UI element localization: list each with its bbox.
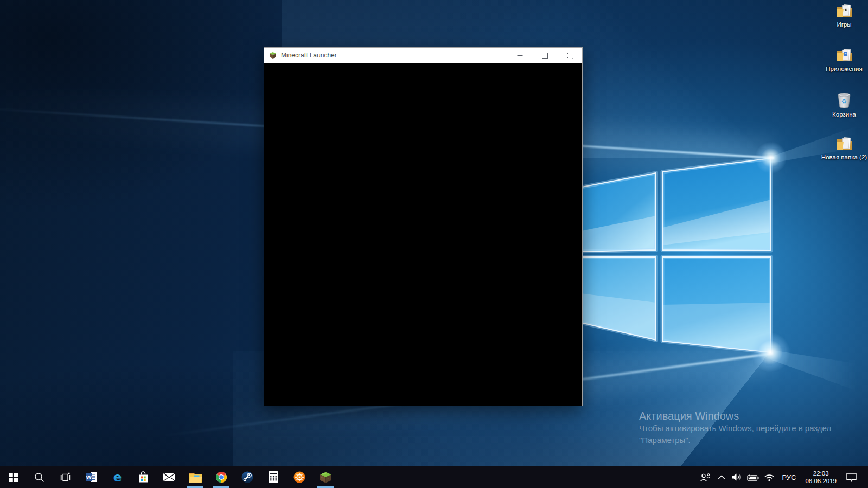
edge-button[interactable]: e — [104, 466, 130, 488]
minimize-icon — [517, 53, 523, 59]
taskbar: W e — [0, 466, 868, 488]
system-tray: РУС 22:03 06.06.2019 — [696, 466, 868, 488]
file-explorer-icon — [189, 472, 202, 483]
clock-date: 06.06.2019 — [805, 477, 837, 485]
action-center-icon — [846, 473, 857, 482]
edge-icon: e — [111, 471, 124, 484]
minecraft-icon — [269, 51, 277, 60]
window-controls — [507, 48, 582, 63]
wifi-button[interactable] — [761, 466, 777, 488]
wifi-icon — [764, 473, 775, 481]
task-view-button[interactable] — [52, 466, 78, 488]
search-icon — [34, 472, 44, 483]
activation-line1: Чтобы активировать Windows, перейдите в … — [639, 423, 831, 434]
mail-icon — [163, 473, 175, 481]
start-button[interactable] — [0, 466, 26, 488]
steam-button[interactable] — [234, 466, 260, 488]
calculator-button[interactable] — [260, 466, 286, 488]
search-button[interactable] — [26, 466, 52, 488]
desktop-icon-games[interactable]: Игры — [816, 2, 868, 28]
desktop-icon-label: Новая папка (2) — [816, 153, 868, 161]
desktop-icon-label: Игры — [816, 21, 868, 28]
minimize-button[interactable] — [507, 48, 532, 63]
window-title: Minecraft Launcher — [281, 52, 337, 59]
taskbar-apps: W e — [0, 466, 339, 488]
svg-text:♻: ♻ — [841, 98, 847, 105]
volume-icon — [731, 473, 742, 481]
battery-button[interactable] — [744, 466, 761, 488]
svg-text:W: W — [86, 474, 92, 480]
orange-gear-icon — [293, 471, 306, 484]
folder-icon — [835, 2, 853, 19]
calculator-icon — [269, 471, 278, 483]
desktop-icon-label: Корзина — [816, 111, 868, 118]
steam-icon — [241, 471, 254, 484]
recycle-bin-icon: ♻ — [835, 91, 853, 109]
chrome-button[interactable] — [208, 466, 234, 488]
desktop: Активация Windows Чтобы активировать Win… — [0, 0, 868, 466]
word-button[interactable]: W — [78, 466, 104, 488]
desktop-icon-new-folder[interactable]: Новая папка (2) — [816, 135, 868, 161]
maximize-icon — [542, 53, 548, 59]
desktop-icon-label: Приложения — [816, 65, 868, 73]
language-indicator[interactable]: РУС — [777, 466, 801, 488]
orange-gear-app-button[interactable] — [286, 466, 312, 488]
clock-time: 22:03 — [805, 470, 837, 477]
folder-icon — [835, 135, 853, 152]
people-button[interactable] — [696, 466, 714, 488]
desktop-icon-recycle-bin[interactable]: ♻ Корзина — [816, 91, 868, 118]
file-explorer-button[interactable] — [182, 466, 208, 488]
activation-title: Активация Windows — [639, 410, 831, 422]
hidden-icons-button[interactable] — [714, 466, 729, 488]
launcher-content-canvas — [264, 63, 582, 406]
maximize-button[interactable] — [532, 48, 557, 63]
window-titlebar[interactable]: Minecraft Launcher — [264, 48, 582, 63]
battery-charging-icon — [746, 473, 760, 481]
clock[interactable]: 22:03 06.06.2019 — [801, 466, 841, 488]
store-icon — [138, 471, 149, 483]
mail-button[interactable] — [156, 466, 182, 488]
minecraft-icon — [319, 471, 333, 484]
windows-activation-watermark: Активация Windows Чтобы активировать Win… — [639, 410, 831, 446]
svg-text:e: e — [113, 471, 122, 484]
action-center-button[interactable] — [841, 466, 861, 488]
desktop-icon-apps[interactable]: Приложения — [816, 47, 868, 73]
volume-button[interactable] — [729, 466, 744, 488]
task-view-icon — [60, 472, 71, 482]
minecraft-launcher-window: Minecraft Launcher — [264, 47, 583, 406]
close-button[interactable] — [557, 48, 582, 63]
chevron-up-icon — [718, 475, 725, 480]
close-icon — [567, 53, 573, 59]
activation-line2: "Параметры". — [639, 435, 831, 446]
minecraft-button[interactable] — [312, 466, 339, 488]
people-icon — [700, 473, 711, 482]
windows-start-icon — [9, 473, 18, 482]
word-icon: W — [86, 472, 97, 483]
chrome-icon — [215, 471, 228, 484]
store-button[interactable] — [130, 466, 156, 488]
folder-icon — [835, 47, 853, 63]
